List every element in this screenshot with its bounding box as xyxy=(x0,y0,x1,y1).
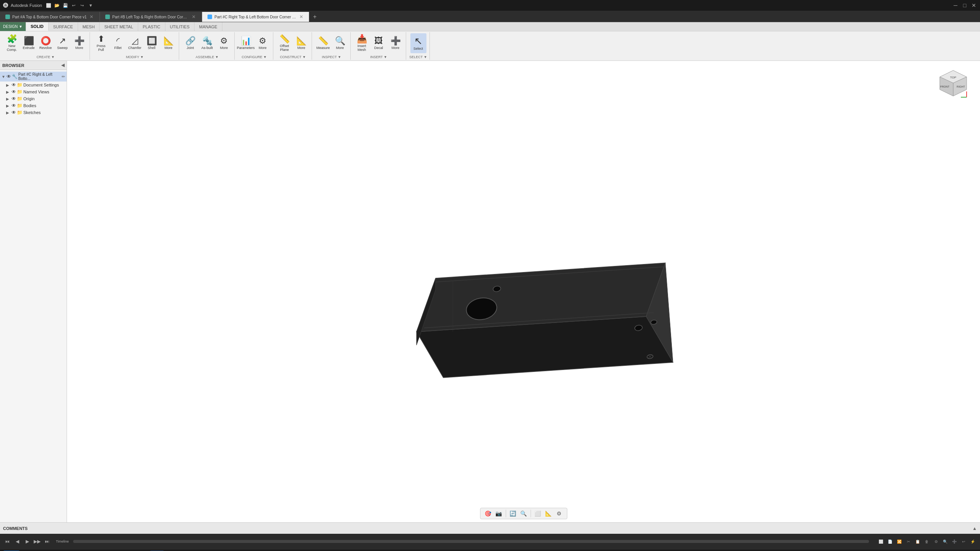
tree-item-bodies[interactable]: ▶ 👁 📁 Bodies xyxy=(0,102,67,109)
select-btn[interactable]: ↖Select xyxy=(410,33,426,53)
close-btn[interactable]: ✕ xyxy=(971,2,977,8)
tl-extra-8[interactable]: 🔍 xyxy=(941,537,949,546)
new-btn[interactable]: ⬜ xyxy=(45,2,52,9)
redo-btn[interactable]: ↪ xyxy=(79,2,86,9)
assemble-btns: 🔗Joint 🔩As-built ⚙More xyxy=(182,33,232,54)
insert-more-btn[interactable]: ➕More xyxy=(387,33,403,53)
tl-extra-1[interactable]: ⬜ xyxy=(877,537,885,546)
inspect-btns: 📏Measure 🔍More xyxy=(315,33,348,54)
tree-item-sketches[interactable]: ▶ 👁 📁 Sketches xyxy=(0,109,67,116)
create-more-btn[interactable]: ➕More xyxy=(71,33,87,53)
vp-zoom-btn[interactable]: 🔍 xyxy=(519,509,528,518)
minimize-btn[interactable]: ─ xyxy=(952,2,959,8)
modify-shell-btn[interactable]: 🔲Shell xyxy=(144,33,160,53)
ribbon-tab-solid[interactable]: SOLID xyxy=(26,22,49,31)
vp-home-btn[interactable]: 🎯 xyxy=(483,509,493,518)
tl-extra-settings[interactable]: ⚡ xyxy=(969,537,977,546)
save-btn[interactable]: 💾 xyxy=(62,2,69,9)
vp-display-mode-btn[interactable]: ⬜ xyxy=(533,509,542,518)
tl-extra-6[interactable]: 🗑 xyxy=(923,537,931,546)
vp-orbit-btn[interactable]: 🔄 xyxy=(508,509,518,518)
assemble-more-btn[interactable]: ⚙More xyxy=(216,33,232,53)
tab-3-close[interactable]: ✕ xyxy=(299,14,304,20)
ribbon-tab-utilities[interactable]: UTILITIES xyxy=(165,22,194,31)
create-revolve-btn[interactable]: ⭕Revolve xyxy=(38,33,54,53)
tl-extra-9[interactable]: ➕ xyxy=(950,537,959,546)
root-edit-icon[interactable]: ✏ xyxy=(62,74,65,79)
tl-extra-5[interactable]: 📋 xyxy=(913,537,922,546)
inspect-more-btn[interactable]: 🔍More xyxy=(332,33,348,53)
insert-mesh-btn[interactable]: 📥Insert Mesh xyxy=(354,33,370,53)
configure-more-btn[interactable]: ⚙More xyxy=(255,33,271,53)
root-icon: 👁 xyxy=(7,74,11,79)
maximize-btn[interactable]: □ xyxy=(962,2,968,8)
create-sweep-btn[interactable]: ↗Sweep xyxy=(54,33,70,53)
tree-item-named-views[interactable]: ▶ 👁 📁 Named Views xyxy=(0,88,67,95)
browser-header: BROWSER ◀ xyxy=(0,61,67,70)
undo-btn[interactable]: ↩ xyxy=(70,2,77,9)
tree-item-root[interactable]: ▼ 👁 🔧 Part #C Right & Left Botto... ✏ xyxy=(0,72,67,82)
modify-more-btn[interactable]: 📐More xyxy=(160,33,176,53)
open-btn[interactable]: 📂 xyxy=(54,2,60,9)
root-type-icon: 🔧 xyxy=(12,74,18,79)
modify-fillet-btn[interactable]: ◜Fillet xyxy=(110,33,126,53)
tree-item-origin[interactable]: ▶ 👁 📁 Origin xyxy=(0,95,67,102)
select-label: SELECT ▼ xyxy=(409,54,427,59)
named-views-eye-icon: 👁 xyxy=(11,89,16,95)
tl-track[interactable] xyxy=(73,540,869,543)
tab-2[interactable]: Part #B Left Top & Right Bottom Door Cor… xyxy=(100,12,202,22)
more-btn[interactable]: ▼ xyxy=(87,2,94,9)
tree-item-doc-settings[interactable]: ▶ 👁 📁 Document Settings xyxy=(0,82,67,88)
tl-play-btn[interactable]: ▶ xyxy=(23,537,31,546)
create-new-component-btn[interactable]: 🧩New Comp. xyxy=(4,33,20,53)
create-extrude-btn[interactable]: ⬛Extrude xyxy=(21,33,37,53)
add-tab-btn[interactable]: + xyxy=(309,12,320,22)
tab-1[interactable]: Part #A Top & Bottom Door Corner Piece v… xyxy=(0,12,100,22)
vp-settings-btn[interactable]: ⚙ xyxy=(555,509,564,518)
timeline-bar: ⏮ ◀ ▶ ▶▶ ⏭ Timeline ⬜ 📄 🔀 ✂ 📋 🗑 ⚙ 🔍 ➕ ↩ … xyxy=(0,534,980,549)
vp-camera-btn[interactable]: 📷 xyxy=(494,509,503,518)
vp-grid-btn[interactable]: 📐 xyxy=(544,509,553,518)
workspace: BROWSER ◀ ▼ 👁 🔧 Part #C Right & Left Bot… xyxy=(0,61,980,522)
tl-extra-10[interactable]: ↩ xyxy=(959,537,968,546)
app-title: Autodesk Fusion xyxy=(11,3,42,8)
assemble-joint-btn[interactable]: 🔗Joint xyxy=(182,33,198,53)
tl-extra-3[interactable]: 🔀 xyxy=(895,537,903,546)
assemble-built-joint-btn[interactable]: 🔩As-built xyxy=(199,33,215,53)
modify-chamfer-btn[interactable]: ◿Chamfer xyxy=(127,33,143,53)
ribbon-group-select: ↖Select SELECT ▼ xyxy=(407,32,430,60)
tl-extra-4[interactable]: ✂ xyxy=(904,537,913,546)
tab-2-close[interactable]: ✕ xyxy=(191,14,196,20)
ribbon-group-insert: 📥Insert Mesh 🖼Decal ➕More INSERT ▼ xyxy=(351,32,406,60)
viewport[interactable]: TOP RIGHT FRONT xyxy=(67,61,980,522)
tl-prev-btn[interactable]: ◀ xyxy=(13,537,21,546)
tl-extra-2[interactable]: 📄 xyxy=(886,537,894,546)
ribbon-tab-mesh[interactable]: MESH xyxy=(78,22,100,31)
modify-press-pull-btn[interactable]: ⬆Press Pull xyxy=(93,33,109,53)
origin-expand-icon: ▶ xyxy=(6,97,11,101)
ribbon-tab-surface[interactable]: SURFACE xyxy=(49,22,78,31)
tl-extra-7[interactable]: ⚙ xyxy=(932,537,940,546)
tab-1-close[interactable]: ✕ xyxy=(89,14,94,20)
ribbon-tab-manage[interactable]: MANAGE xyxy=(194,22,222,31)
browser-collapse-btn[interactable]: ◀ xyxy=(61,63,64,68)
ribbon-tab-plastic[interactable]: PLASTIC xyxy=(138,22,165,31)
ribbon-tab-sheet-metal[interactable]: SHEET METAL xyxy=(100,22,138,31)
ribbon-group-configure: 📊Parameters ⚙More CONFIGURE ▼ xyxy=(235,32,273,60)
bodies-folder-icon: 📁 xyxy=(17,103,23,108)
modify-label: MODIFY ▼ xyxy=(126,54,144,59)
inspect-measure-btn[interactable]: 📏Measure xyxy=(315,33,331,53)
doc-settings-icon: 👁 xyxy=(11,82,16,88)
insert-decal-btn[interactable]: 🖼Decal xyxy=(371,33,387,53)
tl-next-btn[interactable]: ▶▶ xyxy=(33,537,41,546)
construct-offset-plane-btn[interactable]: 📏Offset Plane xyxy=(276,33,292,53)
tl-end-btn[interactable]: ⏭ xyxy=(43,537,51,546)
viewcube[interactable]: TOP RIGHT FRONT xyxy=(938,68,969,99)
ribbon-group-modify: ⬆Press Pull ◜Fillet ◿Chamfer 🔲Shell 📐Mor… xyxy=(91,32,179,60)
configure-params-btn[interactable]: 📊Parameters xyxy=(238,33,254,53)
comments-expand-btn[interactable]: ▲ xyxy=(972,526,977,531)
tab-3[interactable]: Part #C Right Top & Left Bottom Door Cor… xyxy=(202,12,309,22)
ribbon-tab-design-mode[interactable]: DESIGN ▼ xyxy=(0,22,26,31)
construct-more-btn[interactable]: 📐More xyxy=(293,33,309,53)
tl-back-btn[interactable]: ⏮ xyxy=(3,537,11,546)
